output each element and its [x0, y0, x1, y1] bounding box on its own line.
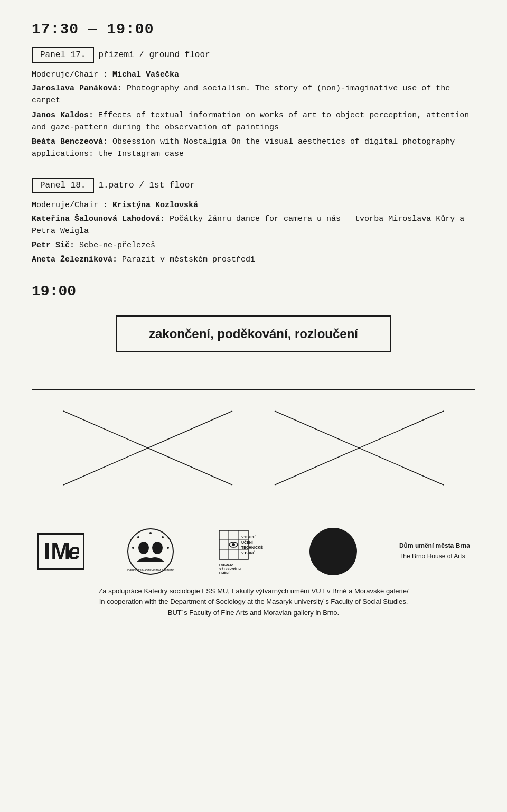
- svg-text:UMĚNÍ: UMĚNÍ: [219, 571, 230, 575]
- svg-point-14: [167, 547, 169, 549]
- panel17-presenter-2: Janos Kaldos: Effects of textual informa…: [32, 109, 475, 134]
- svg-point-11: [137, 536, 139, 538]
- panel18-header: Panel 18. 1.patro / 1st floor: [32, 178, 475, 193]
- svg-point-7: [128, 529, 173, 574]
- presenter4-name: Kateřina Šalounová Lahodová:: [32, 214, 165, 223]
- presenter2-name: Janos Kaldos:: [32, 111, 93, 120]
- svg-text:UNIVERSITAS MASARYKIANA BRUNEN: UNIVERSITAS MASARYKIANA BRUNENSIS: [127, 568, 174, 572]
- x-decorative-svg: [32, 400, 475, 496]
- panel18-floor: 1.patro / 1st floor: [98, 181, 194, 190]
- dark-circle: [309, 528, 357, 575]
- svg-text:I: I: [44, 538, 51, 564]
- panel18-chair: Moderuje/Chair : Kristýna Kozlovská: [32, 201, 475, 210]
- panel17-box: Panel 17.: [32, 47, 94, 63]
- panel17-header: Panel 17. přízemí / ground floor: [32, 47, 475, 63]
- presenter1-name: Jaroslava Panáková:: [32, 84, 122, 93]
- panel18-presenter-1: Kateřina Šalounová Lahodová: Počátky žán…: [32, 213, 475, 238]
- panel17-chair: Moderuje/Chair : Michal Vašečka: [32, 70, 475, 79]
- brno-house-line2: The Brno House of Arts: [399, 552, 470, 562]
- panel18-box: Panel 18.: [32, 178, 94, 193]
- time-header: 17:30 — 19:00: [32, 21, 475, 38]
- mu-logo: UNIVERSITAS MASARYKIANA BRUNENSIS: [127, 528, 174, 575]
- svg-point-8: [138, 542, 149, 554]
- footer-line2: In cooperation with the Department of So…: [32, 596, 475, 608]
- svg-text:V BRNĚ: V BRNĚ: [241, 550, 256, 555]
- brno-house-text: Dům umění města Brna The Brno House of A…: [399, 541, 470, 561]
- panel18-section: Panel 18. 1.patro / 1st floor Moderuje/C…: [32, 178, 475, 266]
- panel17-presenter-3: Beáta Benczeová: Obsession with Nostalgi…: [32, 136, 475, 161]
- black-circle-logo: [309, 528, 357, 575]
- footer-line1: Za spolupráce Katedry sociologie FSS MU,…: [32, 586, 475, 597]
- svg-text:UČENÍ: UČENÍ: [241, 540, 253, 544]
- panel17-chair-name: Michal Vašečka: [112, 70, 179, 79]
- brno-house-container: Dům umění města Brna The Brno House of A…: [399, 541, 470, 561]
- x-graphic: [32, 400, 475, 496]
- panel17-section: Panel 17. přízemí / ground floor Moderuj…: [32, 47, 475, 161]
- svg-text:TECHNICKÉ: TECHNICKÉ: [241, 545, 263, 549]
- ime-logo: I M e: [37, 533, 84, 570]
- svg-point-22: [232, 543, 235, 546]
- presenter6-name: Aneta Železníková:: [32, 255, 117, 264]
- svg-text:VYSOKÉ: VYSOKÉ: [241, 535, 257, 539]
- svg-text:e: e: [68, 538, 79, 564]
- logos-area: I M e UNIVERSITAS MASARYKIANA BRUNENSIS: [32, 528, 475, 575]
- panel18-presenter-2: Petr Sič: Sebe-ne-přelezeš: [32, 239, 475, 251]
- panel17-presenter-1: Jaroslava Panáková: Photography and soci…: [32, 82, 475, 107]
- svg-point-13: [132, 547, 134, 549]
- footer-text: Za spolupráce Katedry sociologie FSS MU,…: [32, 586, 475, 619]
- svg-text:VÝTVARNÝCH: VÝTVARNÝCH: [219, 567, 241, 571]
- closing-container: zakončení, poděkování, rozloučení: [32, 310, 475, 368]
- brno-house-line1: Dům umění města Brna: [399, 541, 470, 551]
- footer-line3: BUT´s Faculty of Fine Arts and Moravian …: [32, 608, 475, 619]
- presenter6-title: Parazit v městském prostředí: [122, 255, 255, 264]
- svg-point-12: [162, 536, 164, 538]
- panel18-chair-name: Kristýna Kozlovská: [112, 201, 198, 210]
- separator-line-bottom: [32, 517, 475, 517]
- panel17-chair-prefix: Moderuje/Chair :: [32, 70, 108, 79]
- svg-point-10: [149, 532, 152, 534]
- vut-logo-container: VYSOKÉ UČENÍ TECHNICKÉ V BRNĚ FAKULTA VÝ…: [217, 528, 267, 575]
- closing-box: zakončení, poděkování, rozloučení: [116, 315, 391, 352]
- mu-logo-container: UNIVERSITAS MASARYKIANA BRUNENSIS: [127, 528, 174, 575]
- separator-line-top: [32, 389, 475, 390]
- panel17-floor: přízemí / ground floor: [98, 50, 210, 60]
- panel18-chair-prefix: Moderuje/Chair :: [32, 201, 108, 210]
- svg-point-9: [152, 542, 163, 554]
- presenter3-name: Beáta Benczeová:: [32, 137, 108, 146]
- time-19: 19:00: [32, 283, 475, 300]
- panel18-presenter-3: Aneta Železníková: Parazit v městském pr…: [32, 254, 475, 266]
- presenter5-title: Sebe-ne-přelezeš: [79, 241, 155, 250]
- ime-logo-container: I M e: [37, 533, 84, 570]
- presenter5-name: Petr Sič:: [32, 241, 74, 250]
- svg-text:FAKULTA: FAKULTA: [219, 563, 234, 566]
- vut-logo: VYSOKÉ UČENÍ TECHNICKÉ V BRNĚ FAKULTA VÝ…: [217, 528, 267, 575]
- presenter2-title: Effects of textual information on works …: [32, 111, 469, 132]
